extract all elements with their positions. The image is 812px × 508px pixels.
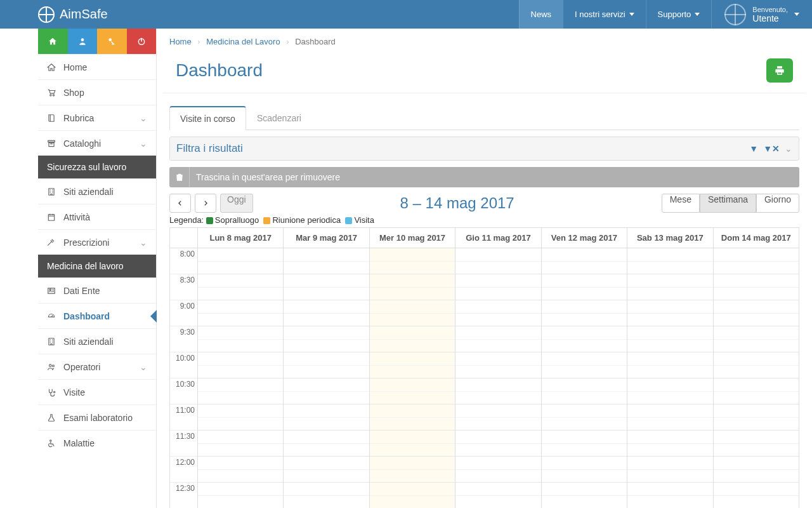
day-column[interactable] [198, 248, 284, 508]
page-title: Dashboard [176, 60, 263, 81]
sidebar-item-cataloghi[interactable]: Cataloghi⌄ [38, 130, 156, 156]
time-label: 9:00 [170, 300, 197, 326]
sidebar-item-home[interactable]: Home [38, 54, 156, 79]
sidebar-item-visite[interactable]: Visite [38, 379, 156, 404]
chevron-down-icon[interactable]: ⌄ [785, 144, 792, 154]
day-header: Gio 11 mag 2017 [455, 228, 541, 248]
avatar-icon [724, 4, 746, 25]
legend-swatch-riun [263, 217, 270, 224]
tab-visite[interactable]: Visite in corso [169, 106, 246, 130]
breadcrumb-home[interactable]: Home [169, 37, 192, 46]
sidebar-header-medicina: Medicina del lavoro [38, 255, 156, 277]
view-switcher: Mese Settimana Giorno [662, 194, 799, 213]
breadcrumb-current: Dashboard [295, 37, 336, 46]
day-header: Sab 13 mag 2017 [627, 228, 713, 248]
key-quick-button[interactable] [97, 29, 127, 54]
sidebar-item-esami-laboratorio[interactable]: Esami laboratorio [38, 404, 156, 430]
sidebar-item-operatori[interactable]: Operatori⌄ [38, 354, 156, 379]
breadcrumb-mid[interactable]: Medicina del Lavoro [206, 37, 280, 46]
view-month[interactable]: Mese [662, 194, 700, 213]
sidebar-item-malattie[interactable]: Malattie [38, 430, 156, 455]
sidebar-item-label: Operatori [63, 362, 100, 372]
legend-swatch-vis [345, 217, 352, 224]
home-quick-button[interactable] [38, 29, 68, 54]
building-icon [47, 187, 57, 196]
tab-scadenzari[interactable]: Scadenzari [246, 106, 312, 130]
sidebar-item-label: Attività [63, 212, 90, 222]
sidebar-item-dashboard[interactable]: Dashboard [38, 303, 156, 328]
day-header: Mer 10 mag 2017 [370, 228, 455, 248]
time-label: 11:00 [170, 404, 197, 431]
chevron-down-icon: ⌄ [140, 237, 147, 248]
dashboard-icon [47, 312, 57, 321]
book-icon [47, 114, 57, 123]
nav-supporto[interactable]: Supporto [646, 0, 712, 29]
svg-point-6 [49, 364, 52, 366]
calendar-grid: Lun 8 mag 2017Mar 9 mag 2017Mer 10 mag 2… [169, 227, 799, 508]
filter-bar[interactable]: Filtra i risultati ▼ ▼✕ ⌄ [169, 137, 799, 161]
sidebar-item-shop[interactable]: Shop [38, 79, 156, 105]
today-button[interactable]: Oggi [220, 194, 253, 213]
calendar-controls: Oggi 8 – 14 mag 2017 Mese Settimana Gior… [169, 194, 799, 213]
filter-icon[interactable]: ▼ [749, 144, 758, 154]
day-column[interactable] [714, 248, 799, 508]
power-quick-button[interactable] [127, 29, 157, 54]
print-button[interactable] [766, 58, 793, 83]
view-week[interactable]: Settimana [700, 194, 756, 213]
svg-point-7 [52, 364, 54, 366]
svg-point-4 [50, 94, 51, 95]
prev-button[interactable] [169, 194, 191, 213]
svg-point-8 [54, 391, 55, 392]
user-text: Benvenuto, Utente [752, 6, 788, 23]
chevron-down-icon: ⌄ [140, 362, 147, 372]
chevron-down-icon [629, 13, 634, 16]
sidebar-item-attività[interactable]: Attività [38, 204, 156, 229]
svg-point-1 [109, 38, 112, 41]
trash-icon [169, 167, 190, 187]
chevron-down-icon [695, 13, 700, 16]
sidebar-item-siti-aziendali[interactable]: Siti aziendali [38, 328, 156, 354]
svg-point-5 [53, 94, 54, 95]
day-column[interactable] [370, 248, 455, 508]
sidebar-item-label: Siti aziendali [63, 187, 114, 197]
sidebar-item-prescrizioni[interactable]: Prescrizioni⌄ [38, 229, 156, 255]
calendar-title: 8 – 14 mag 2017 [253, 194, 662, 212]
day-column[interactable] [542, 248, 627, 508]
building-icon [47, 337, 57, 346]
view-day[interactable]: Giorno [756, 194, 799, 213]
chevron-down-icon [794, 13, 799, 16]
day-column[interactable] [627, 248, 713, 508]
sidebar-item-label: Visite [63, 387, 85, 398]
sidebar-item-label: Siti aziendali [63, 337, 114, 347]
next-button[interactable] [195, 194, 216, 213]
sidebar-item-dati-ente[interactable]: Dati Ente [38, 277, 156, 303]
nav-servizi[interactable]: I nostri servizi [563, 0, 645, 29]
sidebar-item-rubrica[interactable]: Rubrica⌄ [38, 105, 156, 130]
main-content: Home › Medicina del Lavoro › Dashboard D… [157, 29, 812, 508]
user-quick-button[interactable] [68, 29, 98, 54]
brand-name: AimSafe [60, 7, 108, 22]
remove-dropzone[interactable]: Trascina in quest'area per rimuovere [169, 167, 799, 187]
time-label: 8:30 [170, 274, 197, 300]
time-label: 12:30 [170, 483, 197, 508]
day-column[interactable] [284, 248, 369, 508]
filter-clear-icon[interactable]: ▼✕ [763, 144, 780, 154]
sidebar-item-label: Home [63, 62, 87, 72]
time-label: 12:00 [170, 457, 197, 483]
steth-icon [47, 388, 57, 397]
user-menu[interactable]: Benvenuto, Utente [711, 0, 812, 29]
day-column[interactable] [455, 248, 541, 508]
sidebar: HomeShopRubrica⌄Cataloghi⌄ Sicurezza sul… [0, 29, 157, 508]
time-label: 8:00 [170, 248, 197, 274]
day-header: Lun 8 mag 2017 [198, 228, 284, 248]
sidebar-item-label: Rubrica [63, 113, 94, 123]
chevron-down-icon: ⌄ [140, 113, 147, 123]
sidebar-item-siti-aziendali[interactable]: Siti aziendali [38, 178, 156, 204]
nav-news[interactable]: News [519, 0, 563, 29]
svg-point-9 [50, 439, 51, 441]
sidebar-item-label: Dati Ente [63, 286, 100, 296]
users-icon [47, 363, 57, 371]
sidebar-item-label: Shop [63, 88, 84, 98]
svg-point-0 [81, 38, 84, 41]
top-bar: AimSafe News I nostri servizi Supporto B… [0, 0, 812, 29]
